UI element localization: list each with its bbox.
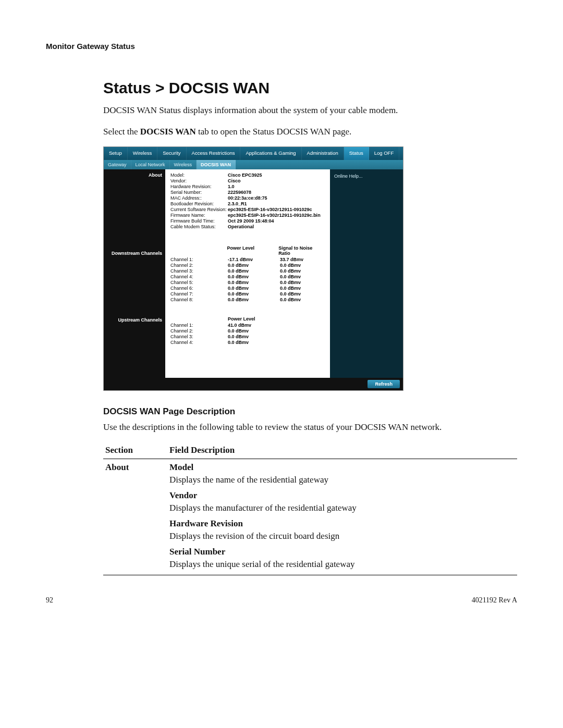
col-section: Section [103, 442, 167, 459]
down-row: Channel 5:0.0 dBmv0.0 dBmv [170, 280, 325, 286]
intro2-b: DOCSIS WAN [140, 127, 196, 137]
field-name: Hardware Revision [169, 519, 515, 529]
about-row: Serial Number:222596078 [170, 190, 325, 195]
about-row: Current Software Revision:epc3925-ESIP-1… [170, 207, 325, 213]
down-row: Channel 2:0.0 dBmv0.0 dBmv [170, 263, 325, 268]
field-desc: Displays the revision of the circuit boa… [169, 531, 515, 541]
about-row: Firmware Name:epc3925-ESIP-16-v302r12911… [170, 213, 325, 218]
up-row: Channel 2:0.0 dBmv [170, 328, 325, 334]
field-desc: Displays the unique serial of the reside… [169, 559, 515, 570]
refresh-button[interactable]: Refresh [368, 380, 400, 388]
subtab-local-network[interactable]: Local Network [131, 160, 170, 169]
down-row: Channel 6:0.0 dBmv0.0 dBmv [170, 286, 325, 291]
field-name: Vendor [169, 490, 515, 501]
left-panel: About Downstream Channels Upstream Chann… [104, 169, 165, 378]
page-footer: 92 4021192 Rev A [46, 596, 517, 604]
section-downstream: Downstream Channels [104, 248, 165, 259]
down-row: Channel 7:0.0 dBmv0.0 dBmv [170, 291, 325, 297]
downstream-header: Power Level Signal to Noise Ratio [170, 243, 325, 257]
tab-applications-gaming[interactable]: Applications & Gaming [240, 147, 301, 159]
page-header: Monitor Gateway Status [46, 42, 517, 51]
tab-security[interactable]: Security [157, 147, 186, 159]
field-desc: Displays the manufacturer of the residen… [169, 503, 515, 513]
up-row: Channel 3:0.0 dBmv [170, 334, 325, 340]
content-panel: Model:Cisco EPC3925 Vendor:Cisco Hardwar… [165, 169, 330, 378]
section-about: About [104, 169, 165, 181]
tab-logoff[interactable]: Log OFF [369, 147, 400, 159]
desc-intro: Use the descriptions in the following ta… [46, 421, 517, 434]
fields-cell: Model Displays the name of the residenti… [167, 459, 517, 575]
description-table: Section Field Description About Model Di… [103, 442, 517, 575]
section-cell: About [103, 459, 167, 575]
down-row: Channel 3:0.0 dBmv0.0 dBmv [170, 268, 325, 274]
doc-revision: 4021192 Rev A [472, 596, 517, 604]
router-screenshot: Setup Wireless Security Access Restricti… [103, 146, 403, 390]
online-help-link[interactable]: Online Help... [330, 169, 403, 183]
down-row: Channel 1:-17.1 dBmv33.7 dBmv [170, 257, 325, 263]
intro2-a: Select the [103, 127, 140, 137]
field-desc: Displays the name of the residential gat… [169, 475, 515, 485]
tab-access-restrictions[interactable]: Access Restrictions [187, 147, 241, 159]
down-row: Channel 4:0.0 dBmv0.0 dBmv [170, 274, 325, 280]
subtab-gateway[interactable]: Gateway [104, 160, 131, 169]
about-row: Model:Cisco EPC3925 [170, 172, 325, 178]
about-row: Firmware Build Time:Oct 29 2009 15:48:04 [170, 218, 325, 224]
about-row: Bootloader Revision:2.3.0_R1 [170, 201, 325, 207]
about-row: Vendor:Cisco [170, 178, 325, 184]
up-row: Channel 1:41.0 dBmv [170, 323, 325, 328]
intro-1: DOCSIS WAN Status displays information a… [103, 104, 517, 117]
about-row: MAC Address::00:22:3a:ce:d8:75 [170, 195, 325, 201]
down-row: Channel 8:0.0 dBmv0.0 dBmv [170, 297, 325, 303]
field-name: Model [169, 462, 515, 473]
tab-wireless[interactable]: Wireless [128, 147, 157, 159]
about-row: Hardware Revision:1.0 [170, 184, 325, 190]
field-name: Serial Number [169, 547, 515, 557]
intro-2: Select the DOCSIS WAN tab to open the St… [103, 126, 517, 139]
subtab-wireless[interactable]: Wireless [170, 160, 197, 169]
primary-nav: Setup Wireless Security Access Restricti… [104, 147, 403, 159]
section-upstream: Upstream Channels [104, 314, 165, 326]
col-field-description: Field Description [167, 442, 517, 459]
up-row: Channel 4:0.0 dBmv [170, 340, 325, 346]
page-title: Status > DOCSIS WAN [46, 79, 517, 97]
help-panel: Online Help... [330, 169, 403, 378]
about-table: Model:Cisco EPC3925 Vendor:Cisco Hardwar… [170, 172, 325, 230]
tab-setup[interactable]: Setup [104, 147, 128, 159]
page-number: 92 [46, 596, 53, 604]
desc-heading: DOCSIS WAN Page Description [103, 406, 517, 417]
upstream-header: Power Level [170, 314, 325, 323]
secondary-nav: Gateway Local Network Wireless DOCSIS WA… [104, 160, 403, 169]
intro2-c: tab to open the Status DOCSIS WAN page. [196, 127, 352, 137]
screenshot-footer: Refresh [104, 378, 403, 390]
tab-administration[interactable]: Administration [302, 147, 344, 159]
subtab-docsis-wan[interactable]: DOCSIS WAN [197, 160, 236, 169]
tab-status[interactable]: Status [344, 147, 369, 159]
about-row: Cable Modem Status:Operational [170, 224, 325, 230]
